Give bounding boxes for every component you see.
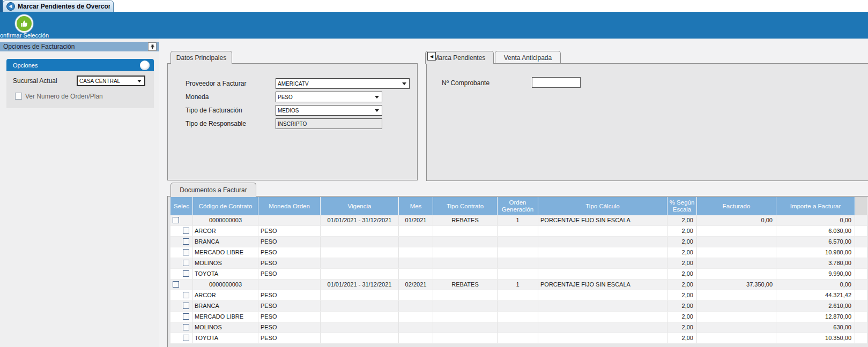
column-header-5[interactable]: Tipo Contrato xyxy=(433,197,498,215)
column-header-7[interactable]: Tipo Cálculo xyxy=(538,197,667,215)
proveedor-a-facturar-select[interactable]: AMERICATV xyxy=(276,78,410,89)
column-header-filler xyxy=(855,197,867,215)
options-collapse-toggle[interactable] xyxy=(140,61,150,70)
column-header-1[interactable]: Código de Contrato xyxy=(193,197,258,215)
column-header-3[interactable]: Vigencia xyxy=(321,197,399,215)
contract-group-row[interactable]: 000000000301/01/2021 - 31/12/202101/2021… xyxy=(170,215,867,226)
grid-cell xyxy=(170,290,193,300)
contract-detail-row[interactable]: MERCADO LIBREPESO2,0012.870,00 xyxy=(170,312,867,322)
detail-select-checkbox[interactable] xyxy=(183,324,189,330)
grid-cell xyxy=(498,237,538,247)
contract-detail-row[interactable]: TOYOTAPESO2,0010.350,00 xyxy=(170,333,867,344)
grid-cell: BRANCA xyxy=(193,237,258,247)
grid-cell xyxy=(321,237,399,247)
detail-select-checkbox[interactable] xyxy=(183,238,189,245)
column-header-8[interactable]: % Según Escala xyxy=(667,197,697,215)
column-header-0[interactable]: Selec xyxy=(170,197,193,215)
grid-cell: PORCENTAJE FIJO SIN ESCALA xyxy=(538,280,667,290)
grid-header-row: SelecCódigo de ContratoMoneda OrdenVigen… xyxy=(170,197,867,215)
grid-cell xyxy=(538,226,667,236)
contract-detail-row[interactable]: MOLINOSPESO2,003.780,00 xyxy=(170,258,867,269)
grid-cell xyxy=(321,269,399,279)
column-header-4[interactable]: Mes xyxy=(399,197,433,215)
grid-cell: ARCOR xyxy=(193,226,258,236)
grid-cell: 2,00 xyxy=(667,237,697,247)
tab-datos-principales[interactable]: Datos Principales xyxy=(170,51,232,64)
chevron-down-icon xyxy=(137,80,142,82)
grid-cell xyxy=(321,258,399,268)
grid-cell: 2,00 xyxy=(667,226,697,236)
tipo-de-responsable-field[interactable]: INSCRIPTO xyxy=(276,118,382,129)
column-header-10[interactable]: Importe a Facturar xyxy=(776,197,855,215)
grid-cell: 2,00 xyxy=(667,290,697,300)
tipo-de-facturacion-select[interactable]: MEDIOS xyxy=(276,105,382,116)
group-select-checkbox[interactable] xyxy=(173,281,179,288)
pin-icon[interactable] xyxy=(148,42,157,51)
group-select-checkbox[interactable] xyxy=(173,217,179,223)
sucursal-select[interactable]: CASA CENTRAL xyxy=(77,76,145,86)
detail-select-checkbox[interactable] xyxy=(183,292,189,298)
grid-cell xyxy=(697,226,776,236)
sucursal-value: CASA CENTRAL xyxy=(79,78,137,84)
detail-select-checkbox[interactable] xyxy=(183,335,189,341)
chevron-down-icon xyxy=(375,109,379,112)
proveedor-a-facturar-value: AMERICATV xyxy=(278,81,402,87)
contract-detail-row[interactable]: BRANCAPESO2,002.610,00 xyxy=(170,301,867,312)
grid-cell xyxy=(498,312,538,322)
grid-cell xyxy=(538,301,667,311)
grid-cell: 3.780,00 xyxy=(776,258,855,268)
grid-cell xyxy=(399,333,433,343)
confirm-selection-button[interactable] xyxy=(15,14,33,33)
chevron-left-icon: ◀ xyxy=(430,54,433,59)
detail-select-checkbox[interactable] xyxy=(183,313,189,320)
contract-detail-row[interactable]: MERCADO LIBREPESO2,0010.980,00 xyxy=(170,247,867,258)
grid-cell xyxy=(321,290,399,300)
tab-scroll-left-button[interactable]: ◀ xyxy=(427,52,436,61)
grid-cell xyxy=(433,226,498,236)
contract-group-row[interactable]: 000000000301/01/2021 - 31/12/202102/2021… xyxy=(170,280,867,290)
grid-cell xyxy=(433,269,498,279)
column-header-9[interactable]: Facturado xyxy=(697,197,776,215)
contract-detail-row[interactable]: MOLINOSPESO2,00630,00 xyxy=(170,322,867,333)
window-tab[interactable]: Marcar Pendientes de Overcomi... xyxy=(3,1,114,12)
moneda-label: Moneda xyxy=(186,93,209,101)
detail-select-checkbox[interactable] xyxy=(183,260,189,266)
grid-cell: 0000000003 xyxy=(193,215,258,225)
grid-cell: 2,00 xyxy=(667,215,697,225)
detail-select-checkbox[interactable] xyxy=(183,228,189,234)
tab-venta-anticipada[interactable]: Venta Anticipada xyxy=(495,51,561,64)
grid-cell xyxy=(538,258,667,268)
proveedor-a-facturar-row: Proveedor a FacturarAMERICATV xyxy=(168,78,417,89)
detail-select-checkbox[interactable] xyxy=(183,270,189,277)
grid-cell xyxy=(321,226,399,236)
grid-cell: 2,00 xyxy=(667,322,697,333)
column-header-6[interactable]: Orden Generación xyxy=(498,197,538,215)
grid-cell: 02/2021 xyxy=(399,280,433,290)
grid-cell xyxy=(538,247,667,258)
moneda-select[interactable]: PESO xyxy=(276,92,382,102)
sucursal-label: Sucursal Actual xyxy=(13,77,57,85)
grid-cell xyxy=(433,237,498,247)
grid-cell xyxy=(538,322,667,333)
tipo-de-facturacion-label: Tipo de Facturación xyxy=(186,107,242,114)
grid-cell: PORCENTAJE FIJO SIN ESCALA xyxy=(538,215,667,225)
chevron-down-icon xyxy=(375,96,379,99)
grid-cell: PESO xyxy=(258,290,321,300)
detail-select-checkbox[interactable] xyxy=(183,249,189,255)
comprobante-input[interactable] xyxy=(532,77,581,88)
grid-cell: PESO xyxy=(258,247,321,258)
grid-cell: MERCADO LIBRE xyxy=(193,312,258,322)
grid-cell xyxy=(399,237,433,247)
chevron-down-icon xyxy=(402,82,406,85)
detail-select-checkbox[interactable] xyxy=(183,303,189,309)
contract-detail-row[interactable]: TOYOTAPESO2,009.990,00 xyxy=(170,269,867,280)
tab-documentos-a-facturar[interactable]: Documentos a Facturar xyxy=(170,183,256,197)
column-header-2[interactable]: Moneda Orden xyxy=(258,197,321,215)
contract-detail-row[interactable]: ARCORPESO2,0044.321,42 xyxy=(170,290,867,301)
ver-numero-checkbox[interactable] xyxy=(15,93,22,100)
grid-cell: 2,00 xyxy=(667,258,697,268)
window-tab-strip xyxy=(0,0,868,12)
grid-cell xyxy=(321,301,399,311)
contract-detail-row[interactable]: BRANCAPESO2,006.570,00 xyxy=(170,237,867,247)
contract-detail-row[interactable]: ARCORPESO2,006.030,00 xyxy=(170,226,867,237)
